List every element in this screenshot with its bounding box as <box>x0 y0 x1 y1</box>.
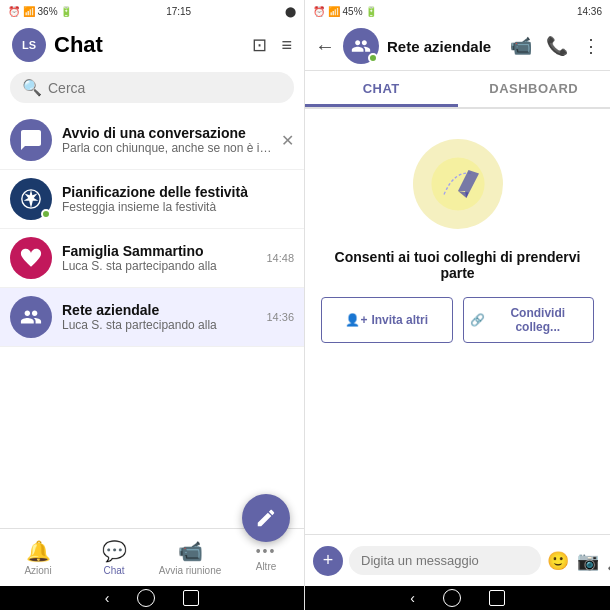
search-bar[interactable]: 🔍 <box>10 72 294 103</box>
nav-item-chat[interactable]: 💬 Chat <box>76 539 152 576</box>
group-avatar <box>343 28 379 64</box>
status-time-left: 17:15 <box>166 6 191 17</box>
empty-state-illustration: .dotted{stroke-dasharray:4,3;} <box>413 139 503 229</box>
nav-item-azioni[interactable]: 🔔 Azioni <box>0 539 76 576</box>
status-time-right: 14:36 <box>577 6 602 17</box>
nav-label-altre: Altre <box>256 561 277 572</box>
system-bar-left: ‹ <box>0 586 304 610</box>
nav-item-riunione[interactable]: 📹 Avvia riunione <box>152 539 228 576</box>
camera-icon[interactable]: 📷 <box>577 550 599 572</box>
share-link-button[interactable]: 🔗 Condividi colleg... <box>463 297 595 343</box>
header-icons: ⊡ ≡ <box>252 34 292 56</box>
page-title: Chat <box>54 32 244 58</box>
input-icons: 🙂 📷 🎤 <box>547 550 610 572</box>
avatar-avvio <box>10 119 52 161</box>
user-avatar: LS <box>12 28 46 62</box>
invite-text: Consenti ai tuoi colleghi di prendervi p… <box>321 249 594 281</box>
chat-info-avvio: Avvio di una conversazione Parla con chi… <box>62 125 275 155</box>
invite-others-button[interactable]: 👤+ Invita altri <box>321 297 453 343</box>
header-right: ← Rete aziendale 📹 📞 ⋮ <box>305 22 610 71</box>
list-item-avvio[interactable]: Avvio di una conversazione Parla con chi… <box>0 111 304 170</box>
header-action-icons: 📹 📞 ⋮ <box>510 35 600 57</box>
chat-nav-icon: 💬 <box>102 539 127 563</box>
avatar-pianificazione <box>10 178 52 220</box>
status-icons-right: ⏰ 📶 45% 🔋 <box>313 6 377 17</box>
tab-chat[interactable]: CHAT <box>305 71 458 107</box>
bottom-input-bar: + 🙂 📷 🎤 <box>305 534 610 586</box>
chat-info-rete: Rete aziendale Luca S. sta partecipando … <box>62 302 260 332</box>
chat-content-area: .dotted{stroke-dasharray:4,3;} Consenti … <box>305 109 610 534</box>
video-call-icon[interactable]: 📹 <box>510 35 532 57</box>
filter-icon[interactable]: ≡ <box>281 35 292 56</box>
status-bar-right: ⏰ 📶 45% 🔋 14:36 <box>305 0 610 22</box>
search-icon: 🔍 <box>22 78 42 97</box>
status-bar-left: ⏰ 📶 36% 🔋 17:15 ⬤ <box>0 0 304 22</box>
tabs-right: CHAT DASHBOARD <box>305 71 610 109</box>
tab-dashboard[interactable]: DASHBOARD <box>458 71 611 107</box>
nav-label-azioni: Azioni <box>24 565 51 576</box>
right-panel: ⏰ 📶 45% 🔋 14:36 ← Rete aziendale 📹 📞 ⋮ C… <box>305 0 610 610</box>
recents-system-btn-right[interactable] <box>489 590 505 606</box>
system-bar-right: ‹ <box>305 586 610 610</box>
chat-name-pianificazione: Pianificazione delle festività <box>62 184 294 200</box>
invite-icon: 👤+ <box>345 313 367 327</box>
group-online-dot <box>368 53 378 63</box>
share-icon: 🔗 <box>470 313 485 327</box>
chat-list: Avvio di una conversazione Parla con chi… <box>0 111 304 528</box>
compose-icon[interactable]: ⊡ <box>252 34 267 56</box>
status-dot-left: ⬤ <box>285 6 296 17</box>
chat-time-rete: 14:36 <box>266 311 294 323</box>
bell-icon: 🔔 <box>26 539 51 563</box>
chat-info-pianificazione: Pianificazione delle festività Festeggia… <box>62 184 294 214</box>
more-options-icon[interactable]: ⋮ <box>582 35 600 57</box>
search-input[interactable] <box>48 80 282 96</box>
nav-label-chat: Chat <box>103 565 124 576</box>
chat-time-famiglia: 14:48 <box>266 252 294 264</box>
header-left: LS Chat ⊡ ≡ <box>0 22 304 68</box>
group-name: Rete aziendale <box>387 38 502 55</box>
video-icon: 📹 <box>178 539 203 563</box>
home-system-btn-right[interactable] <box>443 589 461 607</box>
invite-buttons: 👤+ Invita altri 🔗 Condividi colleg... <box>321 297 594 343</box>
svg-point-1 <box>431 157 484 210</box>
close-avvio-button[interactable]: ✕ <box>281 131 294 150</box>
emoji-icon[interactable]: 🙂 <box>547 550 569 572</box>
status-icons-left: ⏰ 📶 36% 🔋 <box>8 6 72 17</box>
avatar-famiglia <box>10 237 52 279</box>
more-icon: ••• <box>256 543 277 559</box>
back-system-btn[interactable]: ‹ <box>105 590 110 606</box>
chat-name-famiglia: Famiglia Sammartino <box>62 243 260 259</box>
recents-system-btn[interactable] <box>183 590 199 606</box>
back-system-btn-right[interactable]: ‹ <box>410 590 415 606</box>
avatar-rete <box>10 296 52 338</box>
chat-preview-pianificazione: Festeggia insieme la festività <box>62 200 294 214</box>
chat-name-rete: Rete aziendale <box>62 302 260 318</box>
chat-name-avvio: Avvio di una conversazione <box>62 125 275 141</box>
message-input[interactable] <box>349 546 541 575</box>
add-attachment-button[interactable]: + <box>313 546 343 576</box>
back-button[interactable]: ← <box>315 35 335 58</box>
list-item-rete[interactable]: Rete aziendale Luca S. sta partecipando … <box>0 288 304 347</box>
nav-label-riunione: Avvia riunione <box>159 565 222 576</box>
new-chat-fab[interactable] <box>242 494 290 542</box>
chat-preview-rete: Luca S. sta partecipando alla <box>62 318 260 332</box>
chat-info-famiglia: Famiglia Sammartino Luca S. sta partecip… <box>62 243 260 273</box>
phone-call-icon[interactable]: 📞 <box>546 35 568 57</box>
left-panel: ⏰ 📶 36% 🔋 17:15 ⬤ LS Chat ⊡ ≡ 🔍 Avvio di… <box>0 0 305 610</box>
chat-preview-avvio: Parla con chiunque, anche se non è in T.… <box>62 141 275 155</box>
list-item-pianificazione[interactable]: Pianificazione delle festività Festeggia… <box>0 170 304 229</box>
online-indicator <box>41 209 51 219</box>
chat-preview-famiglia: Luca S. sta partecipando alla <box>62 259 260 273</box>
nav-item-altre[interactable]: ••• Altre <box>228 543 304 572</box>
list-item-famiglia[interactable]: Famiglia Sammartino Luca S. sta partecip… <box>0 229 304 288</box>
home-system-btn[interactable] <box>137 589 155 607</box>
